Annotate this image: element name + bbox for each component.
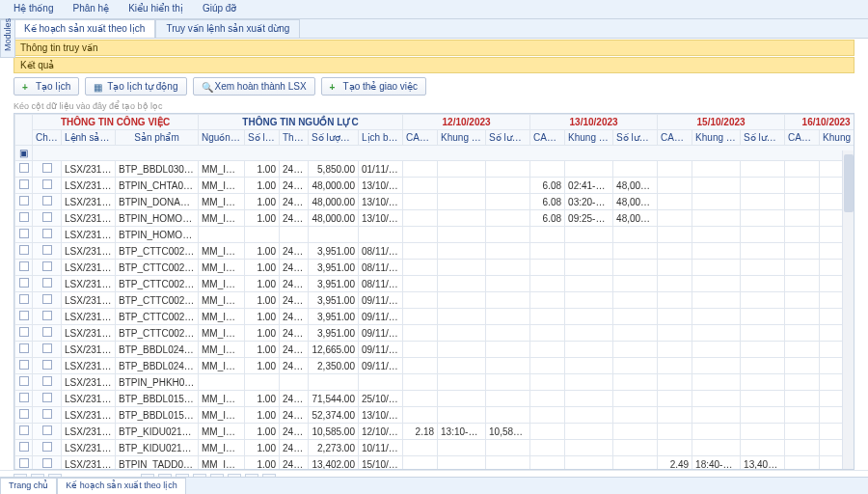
col-lbd[interactable]: Lịch bắt đầu <box>359 130 403 146</box>
table-row[interactable]: LSX/2310/279BTP_CTTC0025_001MM_INTD31.00… <box>15 325 855 342</box>
menu-giupdo[interactable]: Giúp đỡ <box>193 0 246 18</box>
btab-trangchu[interactable]: Trang chủ <box>0 478 57 494</box>
btn-taolich[interactable]: +Tạo lịch <box>14 77 79 96</box>
col-cap-0[interactable]: CAP (h) <box>403 130 438 146</box>
col-group-nguonluc[interactable]: THÔNG TIN NGUỒN LỰC <box>199 115 403 130</box>
btab-kehoach[interactable]: Kế hoạch sản xuất theo lịch <box>57 478 186 494</box>
row-checkbox[interactable] <box>42 294 52 304</box>
row-expand[interactable] <box>19 163 29 173</box>
panel-thongtintruyvan[interactable]: Thông tin truy vấn <box>14 40 854 56</box>
row-checkbox[interactable] <box>42 245 52 255</box>
col-chon[interactable]: Chọn <box>33 130 62 146</box>
row-expand[interactable] <box>19 393 29 402</box>
row-checkbox[interactable] <box>42 425 52 435</box>
row-expand[interactable] <box>19 294 29 304</box>
table-row[interactable]: LSX/2310/350BTPIN_TADD0002_001MM_INTD41.… <box>15 456 855 471</box>
col-slg-0[interactable]: Số lượng <box>486 130 530 146</box>
row-expand[interactable] <box>19 458 29 468</box>
col-cap-2[interactable]: CAP (h) <box>658 130 692 146</box>
col-sl[interactable]: Số lượng <box>245 130 280 146</box>
col-lsx[interactable]: Lệnh sản xuất <box>62 130 116 146</box>
col-kg-1[interactable]: Khung giờ <box>565 130 613 146</box>
col-sll[interactable]: Số lượng Lịch <box>309 130 359 146</box>
row-checkbox[interactable] <box>42 458 52 468</box>
panel-ketqua[interactable]: Kết quả <box>14 57 854 73</box>
row-expand[interactable] <box>19 196 29 206</box>
table-row[interactable]: LSX/2310/278BTP_CTTC0024_001MM_INTD31.00… <box>15 309 855 325</box>
table-row[interactable]: LSX/2310/332BTP_BBDL0153T_001MM_INTD21.0… <box>15 407 855 424</box>
table-row[interactable]: LSX/2310/274BTP_CTTC0020_001MM_INTD31.00… <box>15 243 855 260</box>
row-checkbox[interactable] <box>42 229 52 238</box>
table-row[interactable]: LSX/2310/307BTP_BBDL0150T_001MM_INTD21.0… <box>15 391 855 407</box>
row-expand[interactable] <box>19 229 29 238</box>
menu-hethong[interactable]: Hệ thống <box>4 0 63 18</box>
col-group-d2[interactable]: 15/10/2023 <box>658 115 785 130</box>
table-row[interactable]: LSX/2310/273BTPIN_HOMO0083_001 <box>15 227 855 243</box>
row-checkbox[interactable] <box>42 278 52 288</box>
table-row[interactable]: LSX/2310/276BTP_CTTC0022_001MM_INTD31.00… <box>15 276 855 292</box>
btn-taolich-tudong[interactable]: ▦Tạo lịch tự động <box>85 77 186 96</box>
table-row[interactable]: LSX/2310/342BTP_KIDU0211D_001MM_INTD31.0… <box>15 440 855 456</box>
col-slg-1[interactable]: Số lượng <box>613 130 658 146</box>
table-row[interactable]: LSX/2310/260BTP_BBDL0302T_001MM_INTD21.0… <box>15 161 855 178</box>
col-group-congviec[interactable]: THÔNG TIN CÔNG VIỆC <box>33 115 199 130</box>
table-row[interactable]: LSX/2310/304BTPIN_PHKH0037H_001 <box>15 374 855 391</box>
row-expand[interactable] <box>19 376 29 386</box>
btn-taothe[interactable]: +Tạo thẻ giao việc <box>321 77 426 96</box>
menu-phanhe[interactable]: Phân hệ <box>63 0 119 18</box>
row-expand[interactable] <box>19 343 29 353</box>
row-expand[interactable] <box>19 311 29 320</box>
row-checkbox[interactable] <box>42 163 52 173</box>
row-expand[interactable] <box>19 442 29 452</box>
col-group-d0[interactable]: 12/10/2023 <box>403 115 530 130</box>
row-checkbox[interactable] <box>42 393 52 402</box>
col-sp[interactable]: Sản phẩm <box>116 130 199 146</box>
row-checkbox[interactable] <box>42 327 52 337</box>
row-checkbox[interactable] <box>42 343 52 353</box>
table-row[interactable]: LSX/2310/272BTPIN_HOMO0004_001MM_INTD11.… <box>15 210 855 227</box>
col-cap-3[interactable]: CAP (h) <box>785 130 820 146</box>
table-row[interactable]: LSX/2310/269BTPIN_CHTA0003_001MM_INTD41.… <box>15 178 855 194</box>
row-checkbox[interactable] <box>42 311 52 320</box>
row-expand[interactable] <box>19 212 29 222</box>
row-expand[interactable] <box>19 179 29 189</box>
col-kg-3[interactable]: Khung giờ <box>820 130 854 146</box>
tab-kehoach[interactable]: Kế hoạch sản xuất theo lịch <box>14 19 155 38</box>
row-checkbox[interactable] <box>42 261 52 271</box>
col-group-d1[interactable]: 13/10/2023 <box>530 115 658 130</box>
row-expand[interactable] <box>19 245 29 255</box>
row-checkbox[interactable] <box>42 179 52 189</box>
row-expand[interactable] <box>19 278 29 288</box>
table-row[interactable]: LSX/2310/275BTP_CTTC0021_001MM_INTD31.00… <box>15 260 855 276</box>
filter-handle[interactable]: ▣ <box>15 146 33 161</box>
col-kg-0[interactable]: Khung giờ <box>438 130 486 146</box>
col-kg-2[interactable]: Khung giờ <box>692 130 741 146</box>
table-row[interactable]: LSX/2310/286BTP_BBDL0242V_001MM_INTD31.0… <box>15 358 855 374</box>
row-expand[interactable] <box>19 261 29 271</box>
col-nl[interactable]: Nguồn lực <box>199 130 245 146</box>
btn-xemhoanthanh[interactable]: 🔍Xem hoàn thành LSX <box>193 77 315 96</box>
table-row[interactable]: LSX/2310/285BTP_BBDL0243H_001MM_INTD31.0… <box>15 342 855 358</box>
table-row[interactable]: LSX/2310/271BTPIN_DONA0001_001MM_INTD11.… <box>15 194 855 210</box>
menu-kieuhienthi[interactable]: Kiểu hiển thị <box>119 0 193 18</box>
row-checkbox[interactable] <box>42 360 52 370</box>
table-row[interactable]: LSX/2310/340BTP_KIDU0211T_001MM_INTD11.0… <box>15 424 855 440</box>
row-checkbox[interactable] <box>42 212 52 222</box>
table-row[interactable]: LSX/2310/277BTP_CTTC0023_001MM_INTD31.00… <box>15 292 855 309</box>
row-checkbox[interactable] <box>42 409 52 419</box>
vertical-scrollbar[interactable] <box>842 151 854 469</box>
modules-side-tab[interactable]: Modules <box>0 19 15 58</box>
row-expand[interactable] <box>19 327 29 337</box>
col-cap-1[interactable]: CAP (h) <box>530 130 565 146</box>
row-expand[interactable] <box>19 360 29 370</box>
row-checkbox[interactable] <box>42 196 52 206</box>
row-expand[interactable] <box>19 409 29 419</box>
row-expand[interactable] <box>19 425 29 435</box>
groupby-hint[interactable]: Kéo cột dữ liệu vào đây để tạo bộ lọc <box>0 99 868 113</box>
row-checkbox[interactable] <box>42 376 52 386</box>
tab-truyvan[interactable]: Truy vấn lệnh sản xuất dừng <box>155 19 300 38</box>
col-tg[interactable]: Thời … <box>280 130 309 146</box>
col-group-d3[interactable]: 16/10/2023 <box>785 115 854 130</box>
row-checkbox[interactable] <box>42 442 52 452</box>
col-slg-2[interactable]: Số lượng <box>741 130 785 146</box>
